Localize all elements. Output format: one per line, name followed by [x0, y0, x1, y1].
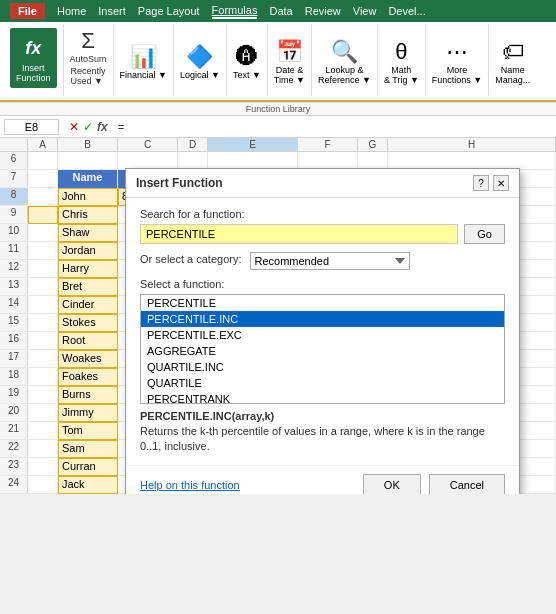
confirm-formula-icon[interactable]: ✓	[83, 120, 93, 134]
list-item[interactable]: PERCENTILE	[141, 295, 504, 311]
cell-b9[interactable]: Chris	[58, 206, 118, 224]
cell-b19[interactable]: Burns	[58, 386, 118, 404]
view-menu[interactable]: View	[353, 5, 377, 17]
cell-b21[interactable]: Tom	[58, 422, 118, 440]
row-number: 22	[0, 440, 28, 457]
cell-a22[interactable]	[28, 440, 58, 458]
list-item[interactable]: AGGREGATE	[141, 343, 504, 359]
dialog-help-button[interactable]: ?	[473, 175, 489, 191]
math-label[interactable]: Math& Trig ▼	[384, 65, 419, 85]
row-number: 18	[0, 368, 28, 385]
cell-a10[interactable]	[28, 224, 58, 242]
cell-b18[interactable]: Foakes	[58, 368, 118, 386]
ribbon-group-insert-function: fx InsertFunction	[4, 24, 64, 96]
dialog-title: Insert Function	[136, 176, 223, 190]
text-label[interactable]: Text ▼	[233, 70, 261, 80]
cell-reference-box[interactable]: E8	[4, 119, 59, 135]
function-library-label: Function Library	[0, 102, 556, 116]
page-layout-menu[interactable]: Page Layout	[138, 5, 200, 17]
recently-used-label[interactable]: RecentlyUsed ▼	[71, 66, 106, 86]
col-header-f: F	[298, 138, 358, 151]
function-description-text: Returns the k-th percentile of values in…	[140, 424, 505, 455]
cell-b15[interactable]: Stokes	[58, 314, 118, 332]
cell-a8[interactable]	[28, 188, 58, 206]
ribbon-group-more: ⋯ MoreFunctions ▼	[426, 24, 489, 96]
name-manager-label[interactable]: NameManag...	[495, 65, 530, 85]
insert-menu[interactable]: Insert	[98, 5, 126, 17]
cell-a11[interactable]	[28, 242, 58, 260]
cell-b23[interactable]: Curran	[58, 458, 118, 476]
cell-b24[interactable]: Jack	[58, 476, 118, 494]
cell-b8[interactable]: John	[58, 188, 118, 206]
cell-b10[interactable]: Shaw	[58, 224, 118, 242]
financial-label[interactable]: Financial ▼	[120, 70, 167, 80]
cell-a14[interactable]	[28, 296, 58, 314]
list-item[interactable]: QUARTILE	[141, 375, 504, 391]
category-select[interactable]: Recommended All Financial Date & Time Ma…	[250, 252, 410, 270]
cell-a20[interactable]	[28, 404, 58, 422]
autosum-label[interactable]: AutoSum	[70, 54, 107, 64]
col-header-a: A	[28, 138, 58, 151]
cell-b17[interactable]: Woakes	[58, 350, 118, 368]
insert-function-button[interactable]: fx InsertFunction	[10, 28, 57, 88]
cell-a24[interactable]	[28, 476, 58, 494]
logical-label[interactable]: Logical ▼	[180, 70, 220, 80]
formula-input[interactable]: =	[114, 120, 552, 134]
file-menu[interactable]: File	[10, 3, 45, 19]
cell-a16[interactable]	[28, 332, 58, 350]
list-item-selected[interactable]: PERCENTILE.INC	[141, 311, 504, 327]
cell-a23[interactable]	[28, 458, 58, 476]
ribbon-group-math: θ Math& Trig ▼	[378, 24, 426, 96]
function-search-input[interactable]	[140, 224, 458, 244]
cell-b16[interactable]: Root	[58, 332, 118, 350]
lookup-label[interactable]: Lookup &Reference ▼	[318, 65, 371, 85]
list-item[interactable]: QUARTILE.INC	[141, 359, 504, 375]
cell-a12[interactable]	[28, 260, 58, 278]
cell-b20[interactable]: Jimmy	[58, 404, 118, 422]
formula-bar-controls: ✕ ✓ fx	[67, 120, 110, 134]
ribbon-group-date-time: 📅 Date &Time ▼	[268, 24, 312, 96]
cell-b13[interactable]: Bret	[58, 278, 118, 296]
cell-b12[interactable]: Harry	[58, 260, 118, 278]
search-label: Search for a function:	[140, 208, 505, 220]
cell-b7[interactable]: Name	[58, 170, 118, 188]
ok-button[interactable]: OK	[363, 474, 421, 494]
col-header-g: G	[358, 138, 388, 151]
formulas-menu[interactable]: Formulas	[212, 4, 258, 19]
list-item[interactable]: PERCENTRANK	[141, 391, 504, 404]
cell-a15[interactable]	[28, 314, 58, 332]
dialog-close-button[interactable]: ✕	[493, 175, 509, 191]
cell-b22[interactable]: Sam	[58, 440, 118, 458]
lookup-icon: 🔍	[331, 39, 358, 65]
cell-a21[interactable]	[28, 422, 58, 440]
function-description-title: PERCENTILE.INC(array,k)	[140, 410, 505, 422]
fx-formula-icon[interactable]: fx	[97, 120, 108, 134]
review-menu[interactable]: Review	[305, 5, 341, 17]
cell-b6[interactable]	[58, 152, 118, 170]
financial-icon: 📊	[130, 44, 157, 70]
cancel-button[interactable]: Cancel	[429, 474, 505, 494]
go-button[interactable]: Go	[464, 224, 505, 244]
ribbon: fx InsertFunction Σ AutoSum RecentlyUsed…	[0, 22, 556, 102]
cell-b11[interactable]: Jordan	[58, 242, 118, 260]
home-menu[interactable]: Home	[57, 5, 86, 17]
developer-menu[interactable]: Devel...	[388, 5, 425, 17]
date-time-label[interactable]: Date &Time ▼	[274, 65, 305, 85]
more-functions-label[interactable]: MoreFunctions ▼	[432, 65, 482, 85]
cancel-formula-icon[interactable]: ✕	[69, 120, 79, 134]
row-number: 10	[0, 224, 28, 241]
row-number: 24	[0, 476, 28, 493]
data-menu[interactable]: Data	[269, 5, 292, 17]
list-item[interactable]: PERCENTILE.EXC	[141, 327, 504, 343]
cell-a9[interactable]	[28, 206, 58, 224]
cell-a19[interactable]	[28, 386, 58, 404]
cell-a6[interactable]	[28, 152, 58, 170]
help-link[interactable]: Help on this function	[140, 479, 240, 491]
cell-a7[interactable]	[28, 170, 58, 188]
name-manager-icon: 🏷	[502, 39, 524, 65]
cell-a13[interactable]	[28, 278, 58, 296]
cell-b14[interactable]: Cinder	[58, 296, 118, 314]
row-number: 6	[0, 152, 28, 169]
cell-a18[interactable]	[28, 368, 58, 386]
cell-a17[interactable]	[28, 350, 58, 368]
